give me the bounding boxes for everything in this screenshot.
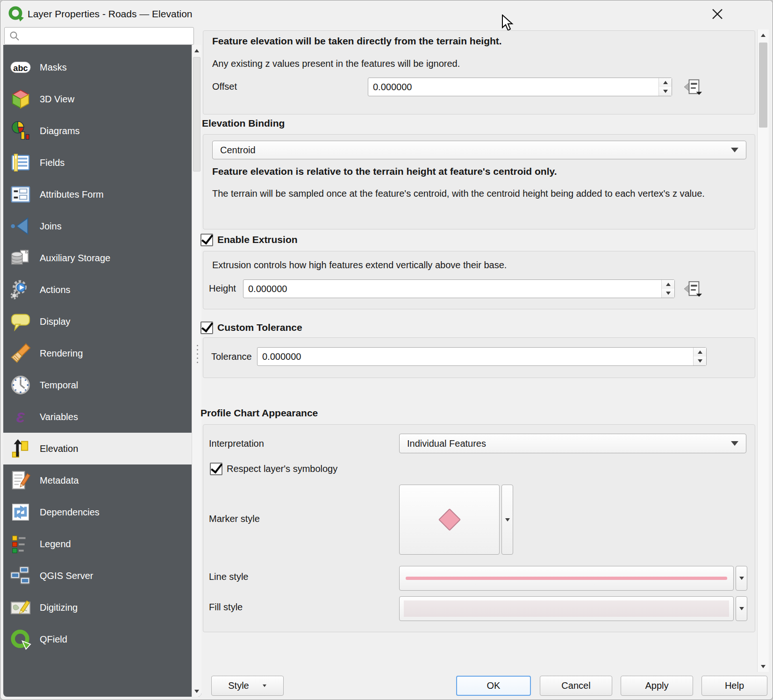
height-value: 0.000000	[248, 284, 287, 294]
scroll-down-icon[interactable]	[758, 661, 769, 672]
spin-down-icon[interactable]	[659, 87, 672, 96]
respect-symbology-checkbox[interactable]	[210, 463, 222, 475]
respect-symbology-label: Respect layer's symbology	[227, 464, 337, 474]
custom-tolerance-checkbox[interactable]	[200, 321, 213, 334]
search-input[interactable]	[22, 30, 193, 42]
marker-style-button[interactable]	[399, 485, 500, 555]
sidebar-item-temporal[interactable]: Temporal	[3, 369, 201, 401]
spin-up-icon[interactable]	[694, 348, 706, 357]
chevron-down-icon	[731, 441, 738, 446]
fill-style-dropdown-button[interactable]	[736, 596, 747, 621]
layer-properties-dialog: Layer Properties - Roads — Elevation abc	[0, 0, 773, 700]
enable-extrusion-checkbox[interactable]	[200, 234, 213, 246]
marker-style-dropdown-button[interactable]	[501, 485, 513, 555]
sidebar-scrollbar-handle[interactable]	[193, 57, 200, 171]
fill-style-button[interactable]	[399, 596, 734, 621]
help-button-label: Help	[725, 680, 744, 691]
chevron-down-icon	[505, 518, 510, 521]
style-menu-button[interactable]: Style	[211, 676, 284, 696]
fill-style-label: Fill style	[209, 602, 243, 613]
terrain-heading: Feature elevation will be taken directly…	[212, 36, 502, 47]
actions-gear-icon	[10, 279, 31, 300]
sidebar-item-rendering[interactable]: Rendering	[3, 337, 201, 369]
sidebar-item-digitizing[interactable]: Digitizing	[3, 592, 201, 623]
marker-diamond-icon	[438, 508, 460, 531]
binding-combobox[interactable]: Centroid	[212, 141, 746, 159]
spin-down-icon[interactable]	[662, 289, 674, 298]
scroll-up-icon[interactable]	[758, 29, 769, 41]
sidebar-item-dependencies[interactable]: Dependencies	[3, 496, 201, 528]
sidebar-item-legend[interactable]: Legend	[3, 528, 201, 560]
sidebar-item-diagrams[interactable]: Diagrams	[3, 115, 201, 147]
epsilon-icon: ε	[10, 406, 31, 428]
sidebar-item-joins[interactable]: Joins	[3, 210, 201, 242]
metadata-page-icon	[10, 470, 31, 491]
sidebar-scrollbar[interactable]	[192, 45, 201, 697]
close-button[interactable]	[706, 5, 729, 23]
qgis-logo-icon	[8, 6, 25, 22]
data-defined-override-icon	[682, 78, 704, 96]
spin-down-icon[interactable]	[694, 357, 706, 365]
sidebar-item-masks[interactable]: abc Masks	[3, 51, 201, 83]
dependencies-icon	[10, 501, 31, 523]
server-network-icon	[10, 565, 31, 586]
cube-3d-icon	[10, 88, 31, 110]
enable-extrusion-label: Enable Extrusion	[217, 234, 298, 245]
cancel-button[interactable]: Cancel	[540, 676, 612, 696]
close-icon	[711, 8, 723, 20]
interpretation-label: Interpretation	[209, 438, 264, 449]
chevron-down-icon	[263, 685, 266, 687]
drag-handle-icon[interactable]	[197, 345, 198, 346]
search-icon	[9, 31, 20, 41]
svg-text:abc: abc	[13, 64, 28, 73]
fill-preview	[404, 600, 729, 617]
apply-button-label: Apply	[645, 680, 668, 691]
tolerance-field[interactable]: 0.000000	[257, 347, 707, 366]
offset-override-button[interactable]	[681, 78, 705, 96]
sidebar-item-qfield[interactable]: QField	[3, 623, 201, 655]
interpretation-combobox[interactable]: Individual Features	[399, 434, 746, 453]
spin-up-icon[interactable]	[659, 78, 672, 87]
spin-up-icon[interactable]	[662, 280, 674, 289]
ok-button[interactable]: OK	[456, 676, 531, 696]
sidebar-item-qgis-server[interactable]: QGIS Server	[3, 560, 201, 592]
speech-bubble-icon	[10, 311, 31, 332]
tolerance-label: Tolerance	[211, 351, 252, 362]
height-spinner[interactable]	[661, 280, 674, 298]
custom-tolerance-label: Custom Tolerance	[217, 322, 302, 333]
apply-button[interactable]: Apply	[621, 676, 693, 696]
sidebar-item-label: Rendering	[40, 348, 83, 359]
sidebar-item-metadata[interactable]: Metadata	[3, 464, 201, 496]
tolerance-spinner[interactable]	[693, 348, 706, 365]
sidebar-item-elevation[interactable]: Elevation	[3, 433, 201, 464]
offset-field[interactable]: 0.000000	[368, 78, 672, 96]
content-scrollbar[interactable]	[757, 29, 769, 672]
height-field[interactable]: 0.000000	[243, 279, 675, 298]
offset-spinner[interactable]	[658, 78, 672, 96]
sidebar-item-attributes-form[interactable]: Attributes Form	[3, 179, 201, 210]
clock-icon	[10, 374, 31, 396]
binding-section-title: Elevation Binding	[202, 118, 285, 129]
sidebar-item-auxiliary-storage[interactable]: Auxiliary Storage	[3, 242, 201, 274]
sidebar-item-display[interactable]: Display	[3, 306, 201, 337]
line-style-button[interactable]	[399, 566, 734, 591]
sidebar-item-label: Attributes Form	[40, 189, 104, 200]
help-button[interactable]: Help	[701, 676, 767, 696]
style-button-label: Style	[228, 680, 249, 691]
sidebar-scroll-down-icon[interactable]	[192, 686, 201, 697]
height-override-button[interactable]	[681, 279, 705, 298]
sidebar: abc Masks 3D View	[3, 45, 201, 697]
sidebar-item-3d-view[interactable]: 3D View	[3, 83, 201, 115]
extrusion-description: Extrusion controls how high features ext…	[212, 260, 507, 271]
sidebar-item-label: Actions	[40, 285, 71, 295]
sidebar-item-label: Masks	[40, 62, 67, 73]
sidebar-item-variables[interactable]: ε Variables	[3, 401, 201, 433]
sidebar-item-actions[interactable]: Actions	[3, 274, 201, 306]
sidebar-scroll-up-icon[interactable]	[192, 45, 201, 56]
offset-value: 0.000000	[373, 82, 412, 93]
chevron-down-icon	[731, 148, 738, 152]
line-style-dropdown-button[interactable]	[736, 566, 747, 591]
joins-icon	[10, 215, 31, 237]
content-scrollbar-handle[interactable]	[759, 43, 767, 128]
sidebar-item-fields[interactable]: Fields	[3, 147, 201, 179]
